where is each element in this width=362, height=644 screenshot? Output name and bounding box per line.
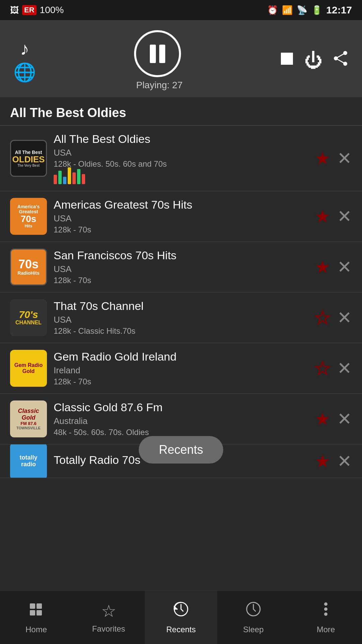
svg-point-12: [324, 602, 327, 606]
equalizer-1: [54, 171, 308, 184]
station-actions-2: ★ ✕: [315, 206, 352, 226]
station-detail-6: 48k - 50s. 60s. 70s. Oldies: [54, 428, 308, 437]
station-actions-5: ★ ✕: [315, 358, 352, 378]
station-detail-3: 128k - 70s: [54, 276, 308, 285]
station-info-1: All The Best Oldies USA 128k - Oldies. 5…: [54, 132, 308, 184]
wifi-icon: 📶: [282, 5, 293, 15]
favorite-button-7[interactable]: ★: [315, 451, 330, 471]
svg-rect-9: [37, 610, 42, 615]
bottom-nav: Home ☆ Favorites Recents Sleep: [0, 590, 362, 644]
player-left-icons: ♪ 🌐: [13, 38, 36, 83]
sleep-icon: [245, 601, 262, 622]
station-actions-7: ★ ✕: [315, 451, 352, 471]
station-logo-6[interactable]: ClassicGold FM 87.6 TOWNSVILLE: [10, 400, 47, 437]
station-actions-6: ★ ✕: [315, 409, 352, 429]
status-bar: 🖼 ER 100% ⏰ 📶 📡 🔋 12:17: [0, 0, 362, 20]
station-info-5: Gem Radio Gold Ireland Ireland 128k - 70…: [54, 350, 308, 386]
status-left: 🖼 ER 100%: [10, 5, 64, 15]
favorite-button-5[interactable]: ★: [315, 358, 330, 378]
station-info-3: San Franciscos 70s Hits USA 128k - 70s: [54, 249, 308, 285]
player-controls-row: ♪ 🌐 Playing: 27 ⏻: [13, 30, 349, 91]
status-right: ⏰ 📶 📡 🔋 12:17: [267, 4, 352, 16]
nav-label-more: More: [317, 625, 335, 634]
svg-rect-7: [37, 603, 42, 609]
recents-popup: Recents: [139, 436, 223, 464]
remove-button-1[interactable]: ✕: [337, 148, 352, 168]
time-display: 12:17: [326, 4, 352, 16]
nav-item-favorites[interactable]: ☆ Favorites: [72, 590, 145, 644]
favorite-button-3[interactable]: ★: [315, 257, 330, 277]
radio-item: Gem RadioGold Gem Radio Gold Ireland Ire…: [0, 343, 362, 394]
nav-label-sleep: Sleep: [243, 625, 263, 634]
station-detail-4: 128k - Classic Hits.70s: [54, 326, 308, 336]
favorite-button-4[interactable]: ★: [315, 308, 330, 328]
app-icon: ER: [22, 5, 37, 15]
share-button[interactable]: [333, 50, 349, 70]
remove-button-3[interactable]: ✕: [337, 257, 352, 277]
station-actions-4: ★ ✕: [315, 308, 352, 328]
battery-icon: 🔋: [311, 5, 322, 15]
station-logo-3[interactable]: 70s RadioHits: [10, 249, 47, 285]
favorite-button-2[interactable]: ★: [315, 206, 330, 226]
station-actions-1: ★ ✕: [315, 148, 352, 168]
station-detail-1: 128k - Oldies. 50s. 60s and 70s: [54, 159, 308, 169]
svg-rect-8: [30, 610, 35, 615]
nav-label-favorites: Favorites: [92, 624, 125, 634]
station-name-5[interactable]: Gem Radio Gold Ireland: [54, 350, 308, 363]
station-country-5: Ireland: [54, 365, 308, 376]
nav-item-recents[interactable]: Recents: [145, 590, 217, 644]
remove-button-4[interactable]: ✕: [337, 308, 352, 328]
station-name-1[interactable]: All The Best Oldies: [54, 132, 308, 146]
station-logo-4[interactable]: 70's CHANNEL: [10, 299, 47, 336]
station-logo-2[interactable]: America'sGreatest 70s Hits: [10, 198, 47, 235]
station-actions-3: ★ ✕: [315, 257, 352, 277]
recents-icon: [173, 601, 189, 622]
favorites-icon: ☆: [101, 601, 116, 621]
player-header: ♪ 🌐 Playing: 27 ⏻: [0, 20, 362, 97]
nav-label-home: Home: [25, 625, 47, 634]
remove-button-5[interactable]: ✕: [337, 358, 352, 378]
remove-button-7[interactable]: ✕: [337, 451, 352, 471]
station-name-4[interactable]: That 70s Channel: [54, 300, 308, 313]
section-title: All The Best Oldies: [0, 97, 362, 125]
svg-rect-0: [281, 53, 293, 65]
station-info-6: Classic Gold 87.6 Fm Australia 48k - 50s…: [54, 401, 308, 437]
remove-button-6[interactable]: ✕: [337, 409, 352, 429]
station-name-6[interactable]: Classic Gold 87.6 Fm: [54, 401, 308, 414]
pause-button[interactable]: [134, 30, 181, 77]
battery-count: 100%: [40, 5, 64, 15]
station-logo-5[interactable]: Gem RadioGold: [10, 350, 47, 387]
signal-icon: 📡: [297, 5, 307, 15]
favorite-button-1[interactable]: ★: [315, 148, 330, 168]
remove-button-2[interactable]: ✕: [337, 206, 352, 226]
player-center: Playing: 27: [133, 30, 183, 91]
nav-label-recents: Recents: [166, 625, 196, 634]
svg-rect-6: [30, 603, 35, 609]
station-name-3[interactable]: San Franciscos 70s Hits: [54, 249, 308, 262]
nav-item-sleep[interactable]: Sleep: [217, 590, 290, 644]
music-icon[interactable]: ♪: [20, 38, 29, 59]
nav-item-home[interactable]: Home: [0, 590, 72, 644]
station-info-2: Americas Greatest 70s Hits USA 128k - 70…: [54, 198, 308, 234]
svg-point-14: [324, 612, 327, 616]
radio-item: 70s RadioHits San Franciscos 70s Hits US…: [0, 242, 362, 292]
radio-item: All The Best OLDIES The Very Best All Th…: [0, 126, 362, 191]
nav-item-more[interactable]: More: [290, 590, 362, 644]
station-logo-1[interactable]: All The Best OLDIES The Very Best: [10, 140, 47, 177]
station-country-1: USA: [54, 148, 308, 158]
station-country-3: USA: [54, 264, 308, 274]
stop-button[interactable]: [280, 51, 294, 69]
radio-item: 70's CHANNEL That 70s Channel USA 128k -…: [0, 292, 362, 343]
station-info-4: That 70s Channel USA 128k - Classic Hits…: [54, 300, 308, 336]
station-name-2[interactable]: Americas Greatest 70s Hits: [54, 198, 308, 211]
favorite-button-6[interactable]: ★: [315, 409, 330, 429]
station-detail-2: 128k - 70s: [54, 225, 308, 234]
photo-icon: 🖼: [10, 5, 19, 15]
svg-line-4: [336, 53, 345, 58]
svg-line-5: [336, 58, 345, 64]
web-icon[interactable]: 🌐: [13, 62, 36, 83]
power-button[interactable]: ⏻: [304, 50, 322, 71]
alarm-icon: ⏰: [267, 5, 278, 15]
station-country-6: Australia: [54, 416, 308, 426]
station-logo-7[interactable]: totallyradio: [10, 444, 47, 478]
